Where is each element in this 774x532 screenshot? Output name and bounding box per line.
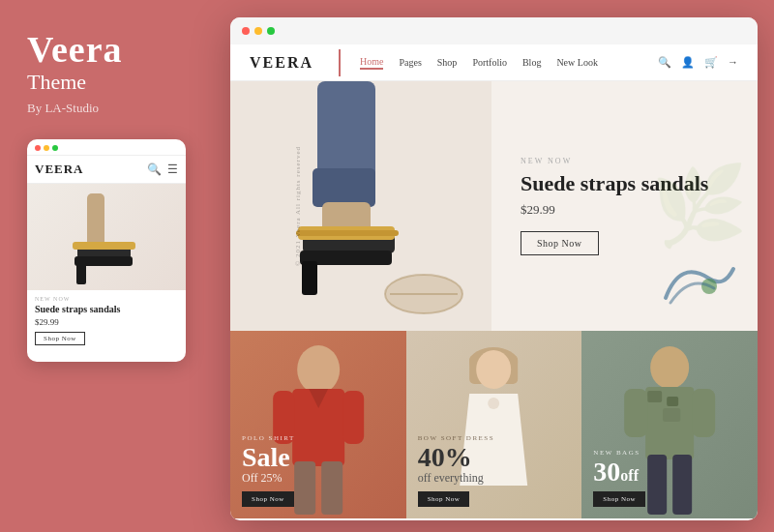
promo-btn-dress[interactable]: Shop Now [418,491,470,507]
promo-card-polo: POLO SHIRT Sale Off 25% Shop Now [230,331,406,518]
menu-icon[interactable]: ☰ [167,163,178,177]
mobile-shop-button[interactable]: Shop Now [35,332,85,345]
svg-point-17 [297,345,340,394]
hero-text-section: 🌿 NEW NOW Suede straps sandals $29.99 Sh… [491,81,758,331]
svg-rect-33 [663,408,680,422]
promo-sub-polo: Off 25% [242,471,395,486]
nav-indicator [339,49,341,76]
svg-point-28 [488,398,499,409]
desktop-mockup: VEERA Home Pages Shop Portfolio Blog New… [230,17,758,520]
mobile-product-title: Suede straps sandals [35,304,178,315]
sandal-illustration-mobile [63,193,150,290]
hero-product-image: © 2021 Veera All rights reserved [230,81,491,331]
svg-rect-11 [296,230,399,236]
promo-btn-polo[interactable]: Shop Now [242,491,294,507]
theme-label: Theme [27,70,86,95]
desktop-nav: VEERA Home Pages Shop Portfolio Blog New… [230,44,758,81]
desktop-dot-yellow [254,27,262,35]
mobile-logo: VEERA [35,162,84,177]
promo-card-dress: BOW SOFT DRESS 40% off everything Shop N… [406,331,582,518]
desktop-dot-red [242,27,250,35]
promo-card-bags: NEW BAGS 30off Shop Now [581,331,758,518]
mobile-dot-green [52,145,58,151]
mobile-price: $29.99 [35,317,178,327]
svg-rect-0 [87,193,104,247]
nav-item-shop[interactable]: Shop [437,57,458,68]
svg-point-26 [476,350,511,389]
mobile-dot-yellow [44,145,49,151]
share-icon[interactable]: → [728,56,738,69]
promo-tag-bags: NEW BAGS [593,449,746,457]
left-panel: Veera Theme By LA-Studio VEERA 🔍 ☰ [0,0,213,532]
mobile-mockup: VEERA 🔍 ☰ NEW NOW [27,139,186,362]
promo-sub-dress: off everything [418,471,571,486]
cart-icon[interactable]: 🛒 [704,56,718,69]
nav-item-new-look[interactable]: New Look [556,57,598,68]
svg-rect-32 [667,397,678,406]
promo-big-polo: Sale [242,444,395,471]
promo-overlay-bags: NEW BAGS 30off Shop Now [581,437,758,518]
mobile-new-now: NEW NOW [35,296,178,302]
mobile-nav: VEERA 🔍 ☰ [27,156,186,184]
brand-title: Veera [27,31,123,68]
desktop-hero: © 2021 Veera All rights reserved [230,81,758,331]
desktop-dot-green [267,27,275,35]
mobile-nav-icons: 🔍 ☰ [147,163,178,177]
desktop-title-bar [230,17,758,44]
svg-rect-31 [647,391,662,402]
svg-rect-7 [313,168,375,207]
nav-item-portfolio[interactable]: Portfolio [472,57,507,68]
promo-btn-bags[interactable]: Shop Now [593,491,645,507]
vertical-copyright-text: © 2021 Veera All rights reserved [294,146,302,266]
svg-rect-4 [76,263,86,284]
desktop-nav-logo: VEERA [250,54,313,72]
mobile-title-bar [27,139,186,156]
user-icon[interactable]: 👤 [681,56,695,69]
search-icon[interactable]: 🔍 [147,163,162,177]
leaf-watermark: 🌿 [651,161,748,251]
svg-rect-34 [624,389,647,437]
promo-tag-dress: BOW SOFT DRESS [418,434,571,442]
promo-overlay-polo: POLO SHIRT Sale Off 25% Shop Now [230,423,406,518]
search-icon[interactable]: 🔍 [658,56,671,69]
mobile-dot-red [35,145,41,151]
nav-item-home[interactable]: Home [360,56,383,70]
promo-tag-polo: POLO SHIRT [242,434,395,442]
svg-rect-35 [692,389,715,437]
svg-point-29 [650,346,689,389]
svg-rect-13 [302,261,317,295]
sandal-illustration-desktop [230,81,491,331]
promo-big-dress: 40% [418,444,571,471]
mobile-content: NEW NOW Suede straps sandals $29.99 Shop… [27,290,186,351]
mobile-hero-image [27,184,186,290]
nav-item-blog[interactable]: Blog [522,57,541,68]
promo-cards-section: POLO SHIRT Sale Off 25% Shop Now [230,331,758,518]
promo-overlay-dress: BOW SOFT DRESS 40% off everything Shop N… [406,423,582,518]
nav-item-pages[interactable]: Pages [399,57,421,68]
brush-stroke-decoration [661,250,738,311]
hero-shop-button[interactable]: Shop Now [521,231,599,255]
desktop-nav-icons: 🔍 👤 🛒 → [658,56,738,69]
svg-rect-2 [73,242,135,250]
by-studio-label: By LA-Studio [27,101,99,116]
promo-big-bags: 30off [593,458,746,486]
